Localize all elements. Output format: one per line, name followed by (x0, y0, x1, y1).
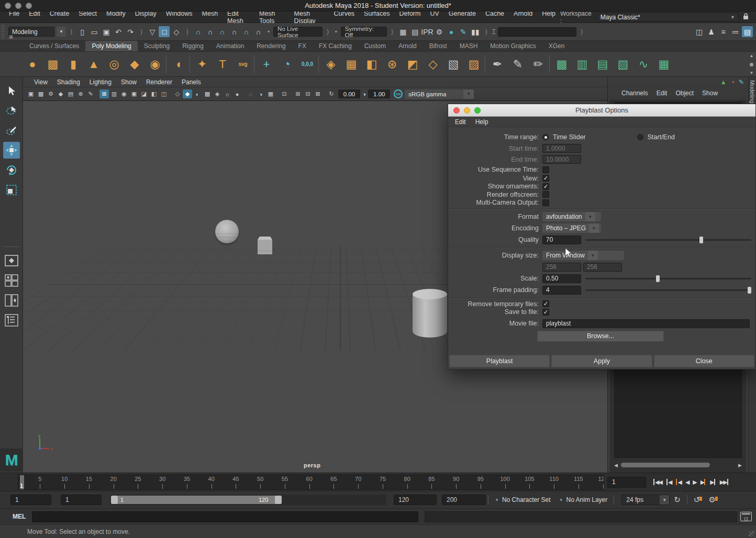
lock-workspace-icon[interactable] (743, 13, 749, 22)
textured-icon[interactable]: ▩ (203, 89, 212, 98)
chevron-down-icon[interactable]: ▼ (57, 27, 66, 37)
menu-item[interactable]: Edit (24, 10, 45, 25)
menu-item[interactable]: Mesh Display (290, 10, 329, 25)
render-offscreen-checkbox[interactable] (542, 191, 549, 198)
command-input[interactable] (32, 511, 418, 522)
snap-view-plane-icon[interactable]: ∩ (241, 26, 252, 37)
close-button[interactable]: Close (654, 355, 754, 367)
go-to-end-button[interactable]: ▶▶ (718, 476, 730, 488)
color-management-toggle[interactable]: ON (394, 89, 403, 98)
menu-item[interactable]: Surfaces (359, 10, 394, 25)
snap-curve-icon[interactable]: ∩ (205, 26, 216, 37)
lasso-select-tool[interactable] (3, 102, 20, 119)
section-collapse-icon[interactable]: ⟩ (483, 28, 490, 36)
layout-outliner-button[interactable] (3, 312, 20, 329)
safe-title-icon[interactable]: ◫ (159, 89, 169, 98)
snap-projected-center-icon[interactable]: ∩ (229, 26, 240, 37)
remove-temporary-files-checkbox[interactable]: ✓ (542, 300, 549, 307)
poly-superellipse-icon[interactable]: ◖ (169, 54, 188, 74)
play-backwards-button[interactable]: ◀ (684, 476, 690, 488)
use-sequence-time-checkbox[interactable] (542, 166, 549, 173)
occlusion-icon[interactable]: ◌ (246, 89, 255, 98)
manipulator-display-icon[interactable]: ▲ (720, 79, 727, 86)
resolution-gate-icon[interactable]: ◉ (119, 89, 129, 98)
material-icon[interactable]: ◈ (213, 89, 222, 98)
channel-box-menu-item[interactable]: Channels (617, 89, 652, 97)
exposure-field[interactable]: 0.00 (338, 89, 360, 98)
apply-button[interactable]: Apply (551, 355, 652, 367)
menu-item[interactable]: Generate (444, 10, 481, 25)
quick-command-input[interactable] (498, 27, 576, 37)
smooth-icon[interactable]: ◇ (424, 54, 442, 74)
text-insert-icon[interactable]: ⌶ (492, 28, 496, 36)
select-hierarchy-icon[interactable]: ▽ (147, 26, 158, 37)
render-frame-icon[interactable]: ▤ (409, 26, 420, 37)
select-tool[interactable] (3, 82, 20, 99)
poly-cone-icon[interactable]: ▲ (84, 54, 103, 74)
shaded-icon[interactable]: ◆ (183, 89, 192, 98)
encoding-dropdown[interactable]: Photo – JPEG ▼ (542, 223, 601, 233)
2d-pan-zoom-icon[interactable]: ⊕ (76, 89, 85, 98)
step-back-key-button[interactable]: ◀ (674, 476, 682, 488)
anim-layer-dropdown[interactable]: ▼ No Anim Layer (555, 496, 612, 503)
menu-item[interactable]: Deform (394, 10, 425, 25)
construction-plane-icon[interactable]: + (257, 54, 276, 74)
range-slider-range[interactable] (111, 496, 282, 504)
time-slider-radio[interactable] (542, 134, 549, 140)
pinch-brush-icon[interactable]: ∿ (634, 54, 653, 74)
workspace-dropdown[interactable]: Maya Classic* ▼ (597, 13, 739, 21)
character-set-dropdown[interactable]: ▼ No Character Set (491, 496, 555, 503)
viewport-menu-item[interactable]: Show (116, 79, 141, 86)
field-chart-icon[interactable]: ◪ (139, 89, 149, 98)
anti-alias-icon[interactable]: ▦ (266, 89, 275, 98)
create-polygon-icon[interactable]: ✦ (193, 54, 212, 74)
range-end-handle[interactable] (275, 496, 282, 504)
animation-end-field[interactable]: 200 (442, 495, 486, 505)
playback-end-field[interactable]: 120 (394, 495, 437, 505)
speed-gauge-icon[interactable]: ◔ (731, 79, 735, 86)
scroll-down-icon[interactable]: ▼ (750, 71, 754, 75)
quality-slider[interactable] (585, 239, 751, 241)
current-frame-field[interactable]: 1 (607, 477, 646, 488)
smooth-brush-icon[interactable]: ▥ (573, 54, 592, 74)
display-render-settings-icon[interactable]: ● (446, 26, 457, 37)
poly-disc-icon[interactable]: ◉ (146, 54, 164, 74)
svg-tool-icon[interactable]: svg (234, 54, 252, 74)
channel-box-menu-item[interactable]: Edit (652, 89, 672, 97)
stamp-brush-icon[interactable]: ▦ (654, 54, 673, 74)
view-transform-dropdown[interactable]: sRGB gamma ▼ (405, 89, 474, 99)
section-collapse-icon[interactable]: ⟩ (325, 28, 331, 36)
menu-item[interactable]: File (4, 10, 24, 25)
viewport-menu-item[interactable]: Lighting (85, 79, 116, 86)
format-dropdown[interactable]: avfoundation ▼ (542, 212, 601, 221)
mirror-icon[interactable]: ◧ (362, 54, 381, 74)
menu-item[interactable]: Mesh Tools (254, 10, 290, 25)
time-ruler[interactable]: 1 51015202530354045505560657075808590951… (18, 475, 604, 490)
section-collapse-icon[interactable]: ⟩ (184, 28, 191, 36)
section-collapse-icon[interactable]: ⟩ (138, 28, 145, 36)
relax-brush-icon[interactable]: ▤ (593, 54, 612, 74)
snapshot-icon[interactable]: ⊞ (293, 89, 303, 98)
display-size-dropdown[interactable]: From Window ▼ (542, 251, 624, 260)
render-view-icon[interactable]: ▦ (397, 26, 408, 37)
poly-torus-icon[interactable]: ◎ (105, 54, 124, 74)
motion-blur-icon[interactable]: ◑ (256, 89, 265, 98)
chevron-down-icon[interactable]: ▾ (333, 29, 339, 34)
select-object-icon[interactable]: □ (159, 26, 170, 37)
script-editor-icon[interactable]: {;} (740, 512, 752, 521)
scale-tool[interactable] (3, 182, 20, 198)
channel-box-menu-item[interactable]: Show (698, 89, 722, 97)
animation-preferences-icon[interactable]: ⚙ (704, 495, 719, 505)
select-camera-icon[interactable]: ▣ (26, 89, 36, 98)
grab-brush-icon[interactable]: ▧ (614, 54, 632, 74)
range-slider-track[interactable]: 1 120 (110, 495, 386, 505)
multi-camera-output-checkbox[interactable] (542, 199, 549, 206)
paint-effects-icon[interactable]: ✎ (458, 26, 469, 37)
poly-cylinder-icon[interactable]: ▮ (64, 54, 83, 74)
remesh-icon[interactable]: ⊛ (383, 54, 402, 74)
menu-item[interactable]: Create (45, 10, 74, 25)
scale-slider-handle[interactable] (656, 275, 660, 282)
select-component-icon[interactable]: ◇ (171, 26, 182, 37)
make-live-icon[interactable]: ∩ (253, 26, 264, 37)
menu-item[interactable]: Modify (102, 10, 130, 25)
